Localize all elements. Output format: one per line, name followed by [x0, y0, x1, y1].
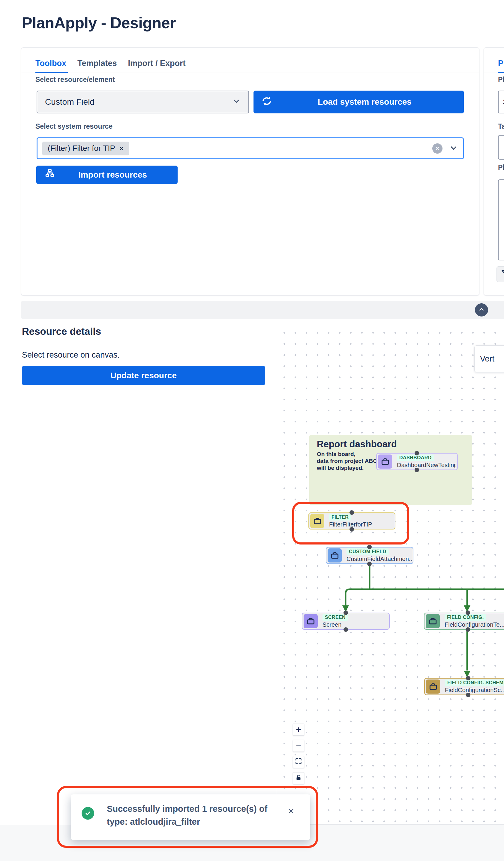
collapse-strip: [21, 301, 504, 319]
connection-handle[interactable]: [343, 611, 348, 615]
chevron-up-icon: [478, 305, 486, 314]
node-name: FieldConfigurationTe...: [445, 621, 504, 628]
designer-canvas[interactable]: Vert Report dashboard On this board, dat…: [276, 326, 504, 825]
properties-label-top: Pl: [498, 76, 504, 84]
tab-import-export[interactable]: Import / Export: [128, 59, 186, 68]
briefcase-icon: [426, 680, 440, 694]
close-icon[interactable]: ×: [288, 805, 294, 817]
success-check-icon: [82, 807, 94, 820]
properties-input[interactable]: [498, 135, 504, 160]
properties-select-value: S: [503, 97, 504, 107]
tag-remove-icon[interactable]: ×: [119, 144, 124, 153]
connection-handle[interactable]: [414, 451, 419, 455]
properties-tab-underline: [498, 72, 504, 73]
node-filter[interactable]: FILTER FilterFilterforTIP: [309, 512, 395, 530]
connection-handle[interactable]: [343, 627, 348, 632]
resource-details-heading: Resource details: [22, 326, 101, 337]
selected-resource-tag: (Filter) Filter for TIP ×: [42, 141, 129, 155]
node-type-badge: CUSTOM FIELD: [346, 548, 389, 555]
zoom-in-button[interactable]: +: [293, 724, 304, 736]
system-resource-multiselect[interactable]: (Filter) Filter for TIP × ×: [37, 137, 464, 159]
vertical-layout-label: Vert: [480, 354, 494, 364]
system-resource-label: Select system resource: [36, 122, 112, 131]
clear-selection-icon[interactable]: ×: [432, 144, 442, 154]
fit-view-button[interactable]: [293, 756, 304, 768]
chevron-down-icon: [232, 97, 241, 107]
toast-message: Successfully imported 1 resource(s) of t…: [107, 803, 267, 828]
properties-label-mid: Ta: [498, 122, 504, 131]
vertical-layout-button[interactable]: Vert: [474, 345, 504, 372]
connection-handle[interactable]: [367, 545, 372, 549]
connection-handle[interactable]: [350, 510, 354, 515]
node-type-badge: DASHBOARD: [397, 454, 434, 461]
node-screen[interactable]: SCREEN Screen: [302, 613, 390, 630]
node-name: FilterFilterforTIP: [329, 521, 372, 528]
node-dashboard[interactable]: DASHBOARD DashboardNewTesting: [376, 453, 458, 470]
briefcase-icon: [426, 614, 440, 628]
update-resource-label: Update resource: [110, 371, 177, 380]
success-toast: Successfully imported 1 resource(s) of t…: [71, 794, 310, 840]
refresh-icon: [261, 95, 273, 109]
update-resource-button[interactable]: Update resource: [22, 366, 265, 385]
resource-type-select-value: Custom Field: [45, 97, 95, 107]
tab-toolbox[interactable]: Toolbox: [36, 59, 66, 68]
select-resource-label: Select resource/element: [36, 76, 115, 84]
connector-edges: [276, 326, 504, 825]
group-description: On this board, data from project ABC wil…: [317, 451, 377, 471]
properties-select[interactable]: S: [498, 91, 504, 113]
connection-handle[interactable]: [466, 676, 471, 680]
node-type-badge: FIELD CONFIG.: [445, 614, 486, 621]
collapse-panel-button[interactable]: [475, 303, 488, 316]
selected-resource-tag-label: (Filter) Filter for TIP: [48, 144, 115, 153]
node-name: FieldConfigurationSc...: [445, 687, 504, 694]
lock-button[interactable]: [293, 772, 304, 784]
page-title: PlanApply - Designer: [22, 14, 176, 32]
hierarchy-icon: [44, 168, 55, 181]
tab-divider: [21, 72, 479, 73]
node-field-config-scheme[interactable]: FIELD CONFIG. SCHEME FieldConfigurationS…: [424, 678, 504, 695]
node-type-badge: FIELD CONFIG. SCHEME: [445, 680, 504, 686]
funnel-icon: [500, 269, 504, 280]
briefcase-icon: [304, 614, 318, 628]
filter-button[interactable]: [496, 266, 504, 282]
node-name: CustomFieldAttachmen...: [346, 556, 412, 562]
import-resources-label: Import resources: [55, 170, 170, 180]
import-resources-button[interactable]: Import resources: [36, 166, 178, 184]
tab-templates[interactable]: Templates: [78, 59, 117, 68]
connection-handle[interactable]: [466, 693, 471, 697]
zoom-out-button[interactable]: −: [293, 740, 304, 752]
connection-handle[interactable]: [367, 562, 372, 566]
connection-handle[interactable]: [350, 527, 354, 532]
active-tab-underline: [36, 72, 68, 73]
node-name: DashboardNewTesting: [397, 462, 456, 469]
properties-textarea[interactable]: [498, 179, 504, 260]
node-type-badge: FILTER: [329, 514, 351, 520]
chevron-down-icon[interactable]: [449, 144, 458, 154]
node-name: Screen: [323, 621, 348, 628]
briefcase-icon: [328, 548, 342, 562]
properties-tab[interactable]: P: [498, 59, 503, 68]
node-type-badge: SCREEN: [323, 614, 348, 621]
node-field-config[interactable]: FIELD CONFIG. FieldConfigurationTe...: [424, 613, 504, 630]
lock-icon: [295, 773, 302, 783]
resource-type-select[interactable]: Custom Field: [37, 91, 249, 113]
connection-handle[interactable]: [466, 627, 470, 632]
fit-view-icon: [295, 757, 302, 767]
connection-handle[interactable]: [414, 468, 419, 472]
load-system-resources-label: Load system resources: [273, 97, 457, 107]
toolbox-tabs: Toolbox Templates Import / Export: [36, 59, 186, 68]
properties-label-bottom: Pl: [498, 164, 504, 172]
connection-handle[interactable]: [466, 611, 470, 615]
load-system-resources-button[interactable]: Load system resources: [254, 91, 464, 113]
briefcase-icon: [310, 514, 324, 528]
group-title: Report dashboard: [317, 439, 397, 450]
node-custom-field[interactable]: CUSTOM FIELD CustomFieldAttachmen...: [326, 547, 413, 564]
resource-details-hint: Select resource on canvas.: [22, 351, 120, 360]
briefcase-icon: [378, 454, 392, 469]
